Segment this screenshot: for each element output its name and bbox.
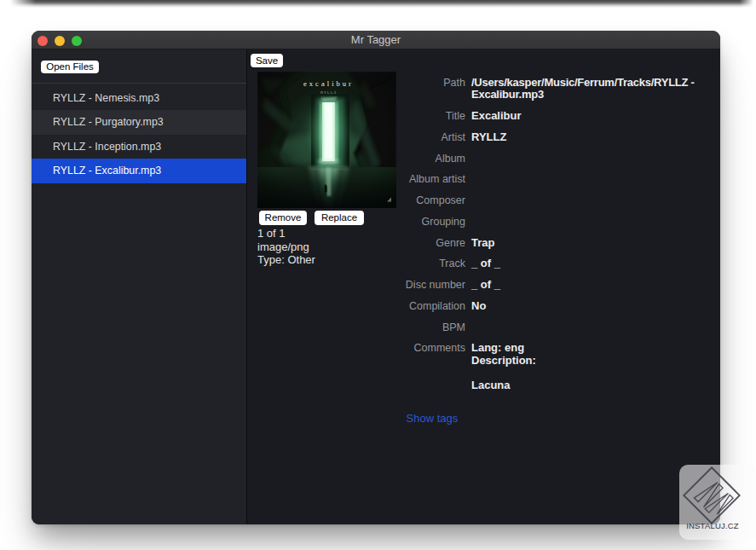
svg-text:RYLLZ: RYLLZ [320, 91, 338, 95]
